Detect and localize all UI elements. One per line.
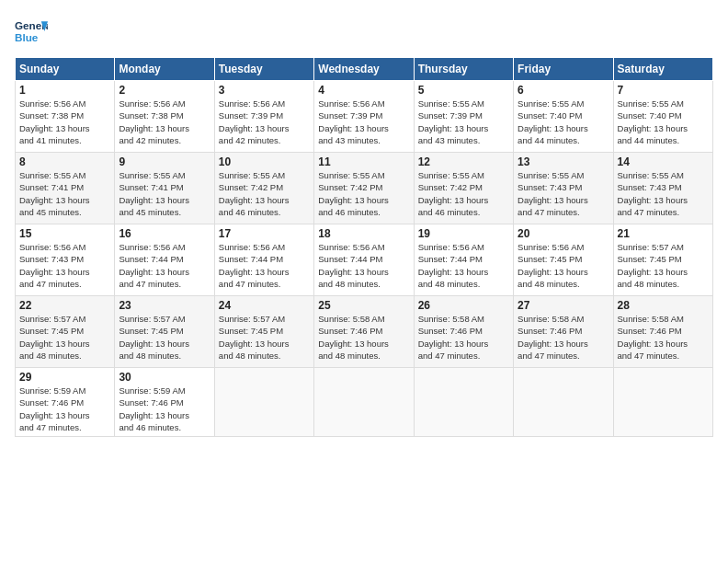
day-info: Sunrise: 5:57 AMSunset: 7:45 PMDaylight:… (618, 241, 709, 290)
calendar-cell: 11Sunrise: 5:55 AMSunset: 7:42 PMDayligh… (314, 153, 414, 224)
day-info: Sunrise: 5:55 AMSunset: 7:43 PMDaylight:… (518, 169, 609, 218)
day-number: 1 (19, 84, 110, 97)
day-number: 2 (119, 84, 210, 97)
calendar-cell: 16Sunrise: 5:56 AMSunset: 7:44 PMDayligh… (115, 224, 214, 296)
calendar-cell: 27Sunrise: 5:58 AMSunset: 7:46 PMDayligh… (514, 296, 613, 368)
day-number: 24 (219, 299, 310, 312)
calendar-cell: 25Sunrise: 5:58 AMSunset: 7:46 PMDayligh… (314, 296, 414, 368)
day-info: Sunrise: 5:56 AMSunset: 7:44 PMDaylight:… (318, 241, 409, 290)
day-number: 29 (19, 371, 110, 384)
day-info: Sunrise: 5:56 AMSunset: 7:39 PMDaylight:… (318, 98, 409, 146)
day-info: Sunrise: 5:55 AMSunset: 7:41 PMDaylight:… (19, 169, 110, 218)
day-info: Sunrise: 5:56 AMSunset: 7:45 PMDaylight:… (518, 241, 609, 290)
calendar-cell: 5Sunrise: 5:55 AMSunset: 7:39 PMDaylight… (414, 81, 513, 153)
calendar-cell (214, 368, 313, 437)
day-info: Sunrise: 5:57 AMSunset: 7:45 PMDaylight:… (119, 313, 210, 362)
day-number: 26 (418, 299, 509, 312)
day-number: 20 (518, 227, 609, 240)
calendar-cell: 9Sunrise: 5:55 AMSunset: 7:41 PMDaylight… (115, 153, 214, 224)
calendar-cell (414, 368, 513, 437)
calendar-cell: 2Sunrise: 5:56 AMSunset: 7:38 PMDaylight… (115, 81, 214, 153)
day-number: 28 (618, 299, 709, 312)
calendar-cell: 23Sunrise: 5:57 AMSunset: 7:45 PMDayligh… (115, 296, 214, 368)
day-info: Sunrise: 5:56 AMSunset: 7:44 PMDaylight:… (119, 241, 210, 290)
calendar-cell: 21Sunrise: 5:57 AMSunset: 7:45 PMDayligh… (613, 224, 712, 296)
calendar-cell: 7Sunrise: 5:55 AMSunset: 7:40 PMDaylight… (613, 81, 712, 153)
day-info: Sunrise: 5:58 AMSunset: 7:46 PMDaylight:… (418, 313, 509, 362)
day-info: Sunrise: 5:56 AMSunset: 7:43 PMDaylight:… (19, 241, 110, 290)
calendar-cell: 19Sunrise: 5:56 AMSunset: 7:44 PMDayligh… (414, 224, 513, 296)
calendar-cell: 4Sunrise: 5:56 AMSunset: 7:39 PMDaylight… (314, 81, 414, 153)
day-number: 16 (119, 227, 210, 240)
day-number: 8 (19, 155, 110, 168)
calendar-cell: 10Sunrise: 5:55 AMSunset: 7:42 PMDayligh… (214, 153, 313, 224)
calendar-cell (314, 368, 414, 437)
calendar-cell: 20Sunrise: 5:56 AMSunset: 7:45 PMDayligh… (514, 224, 613, 296)
calendar-cell (613, 368, 712, 437)
day-info: Sunrise: 5:55 AMSunset: 7:42 PMDaylight:… (318, 169, 409, 218)
day-number: 23 (119, 299, 210, 312)
weekday-header: Tuesday (214, 58, 313, 81)
day-info: Sunrise: 5:59 AMSunset: 7:46 PMDaylight:… (119, 385, 210, 433)
day-number: 6 (518, 84, 609, 97)
calendar-table: SundayMondayTuesdayWednesdayThursdayFrid… (15, 57, 713, 437)
calendar-cell: 18Sunrise: 5:56 AMSunset: 7:44 PMDayligh… (314, 224, 414, 296)
day-number: 18 (318, 227, 409, 240)
calendar-cell: 22Sunrise: 5:57 AMSunset: 7:45 PMDayligh… (16, 296, 115, 368)
weekday-header: Saturday (613, 58, 712, 81)
day-info: Sunrise: 5:57 AMSunset: 7:45 PMDaylight:… (19, 313, 110, 362)
calendar-cell: 15Sunrise: 5:56 AMSunset: 7:43 PMDayligh… (16, 224, 115, 296)
day-info: Sunrise: 5:56 AMSunset: 7:44 PMDaylight:… (219, 241, 310, 290)
calendar-cell: 1Sunrise: 5:56 AMSunset: 7:38 PMDaylight… (16, 81, 115, 153)
day-info: Sunrise: 5:56 AMSunset: 7:38 PMDaylight:… (119, 98, 210, 146)
svg-text:Blue: Blue (15, 31, 39, 43)
day-number: 5 (418, 84, 509, 97)
weekday-header: Monday (115, 58, 214, 81)
weekday-header-row: SundayMondayTuesdayWednesdayThursdayFrid… (16, 58, 713, 81)
day-info: Sunrise: 5:58 AMSunset: 7:46 PMDaylight:… (518, 313, 609, 362)
calendar-cell: 3Sunrise: 5:56 AMSunset: 7:39 PMDaylight… (214, 81, 313, 153)
day-info: Sunrise: 5:56 AMSunset: 7:39 PMDaylight:… (219, 98, 310, 146)
day-number: 10 (219, 155, 310, 168)
day-info: Sunrise: 5:55 AMSunset: 7:39 PMDaylight:… (418, 98, 509, 146)
weekday-header: Friday (514, 58, 613, 81)
day-number: 11 (318, 155, 409, 168)
day-info: Sunrise: 5:55 AMSunset: 7:42 PMDaylight:… (219, 169, 310, 218)
day-number: 19 (418, 227, 509, 240)
day-info: Sunrise: 5:58 AMSunset: 7:46 PMDaylight:… (318, 313, 409, 362)
day-info: Sunrise: 5:57 AMSunset: 7:45 PMDaylight:… (219, 313, 310, 362)
calendar-cell: 12Sunrise: 5:55 AMSunset: 7:42 PMDayligh… (414, 153, 513, 224)
day-number: 13 (518, 155, 609, 168)
calendar-cell: 26Sunrise: 5:58 AMSunset: 7:46 PMDayligh… (414, 296, 513, 368)
day-number: 25 (318, 299, 409, 312)
day-info: Sunrise: 5:55 AMSunset: 7:42 PMDaylight:… (418, 169, 509, 218)
calendar-cell (514, 368, 613, 437)
weekday-header: Wednesday (314, 58, 414, 81)
calendar-cell: 24Sunrise: 5:57 AMSunset: 7:45 PMDayligh… (214, 296, 313, 368)
day-number: 9 (119, 155, 210, 168)
day-info: Sunrise: 5:55 AMSunset: 7:41 PMDaylight:… (119, 169, 210, 218)
calendar-cell: 14Sunrise: 5:55 AMSunset: 7:43 PMDayligh… (613, 153, 712, 224)
calendar-cell: 30Sunrise: 5:59 AMSunset: 7:46 PMDayligh… (115, 368, 214, 437)
day-info: Sunrise: 5:55 AMSunset: 7:43 PMDaylight:… (618, 169, 709, 218)
calendar-cell: 29Sunrise: 5:59 AMSunset: 7:46 PMDayligh… (16, 368, 115, 437)
day-info: Sunrise: 5:58 AMSunset: 7:46 PMDaylight:… (618, 313, 709, 362)
calendar-cell: 6Sunrise: 5:55 AMSunset: 7:40 PMDaylight… (514, 81, 613, 153)
day-number: 30 (119, 371, 210, 384)
day-number: 7 (618, 84, 709, 97)
logo-icon: General Blue (15, 15, 48, 48)
day-info: Sunrise: 5:55 AMSunset: 7:40 PMDaylight:… (518, 98, 609, 146)
day-info: Sunrise: 5:56 AMSunset: 7:44 PMDaylight:… (418, 241, 509, 290)
day-info: Sunrise: 5:55 AMSunset: 7:40 PMDaylight:… (618, 98, 709, 146)
calendar-cell: 8Sunrise: 5:55 AMSunset: 7:41 PMDaylight… (16, 153, 115, 224)
weekday-header: Thursday (414, 58, 513, 81)
day-number: 21 (618, 227, 709, 240)
day-number: 12 (418, 155, 509, 168)
calendar-header: General Blue (15, 15, 713, 48)
calendar-cell: 13Sunrise: 5:55 AMSunset: 7:43 PMDayligh… (514, 153, 613, 224)
day-info: Sunrise: 5:56 AMSunset: 7:38 PMDaylight:… (19, 98, 110, 146)
day-number: 14 (618, 155, 709, 168)
weekday-header: Sunday (16, 58, 115, 81)
day-info: Sunrise: 5:59 AMSunset: 7:46 PMDaylight:… (19, 385, 110, 433)
day-number: 4 (318, 84, 409, 97)
